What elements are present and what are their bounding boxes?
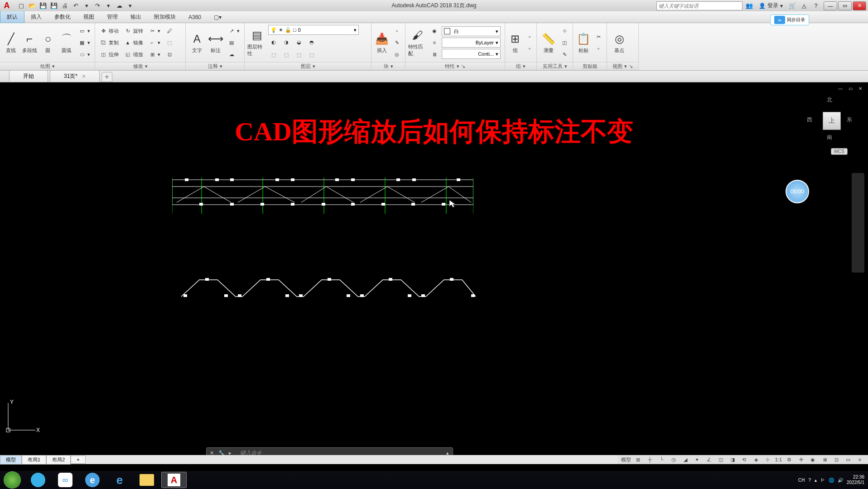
wcs-badge[interactable]: WCS [831, 148, 848, 155]
group-tool-2[interactable]: ▫ [524, 43, 535, 54]
block-tool-3[interactable]: ◎ [391, 49, 402, 60]
viewcube-south[interactable]: 南 [827, 134, 832, 141]
rotate-button[interactable]: ↻旋转 [122, 25, 145, 36]
monitor-icon[interactable]: 🖥 [820, 456, 829, 463]
util-tool-2[interactable]: ◫ [559, 37, 570, 48]
panel-properties-title[interactable]: 特性 ▾ ↘ [405, 62, 505, 70]
offset-button[interactable]: ⊡ [164, 49, 175, 60]
explode-button[interactable]: ⬚ [164, 37, 175, 48]
menu-insert[interactable]: 插入 [24, 11, 48, 23]
copy-button[interactable]: ⿻复制 [98, 37, 121, 48]
help-tray-icon[interactable]: ? [809, 478, 811, 483]
scale-button[interactable]: ◱缩放 [122, 49, 145, 60]
saveas-icon[interactable]: 💾 [49, 1, 59, 10]
panel-modify-title[interactable]: 修改 ▾ [95, 62, 185, 70]
undo-icon[interactable]: ↶ [71, 1, 81, 10]
redo-icon[interactable]: ↷ [92, 1, 102, 10]
menu-addins[interactable]: 附加模块 [148, 11, 182, 23]
print-icon[interactable]: 🖨 [60, 1, 70, 10]
tray-expand-icon[interactable]: ▴ [815, 478, 817, 483]
basepoint-button[interactable]: ◎基点 [610, 25, 629, 60]
panel-clipboard-title[interactable]: 剪贴板 [573, 62, 607, 70]
table-button[interactable]: ▤ [226, 37, 241, 48]
list-tool[interactable]: ≣ [429, 49, 440, 60]
text-button[interactable]: A文字 [188, 25, 206, 60]
array-button[interactable]: ⊞▾ [147, 49, 162, 60]
open-icon[interactable]: 📂 [27, 1, 37, 10]
circle-button[interactable]: ○圆 [40, 25, 57, 60]
lineweight-dropdown[interactable]: ByLayer▾ [442, 38, 501, 48]
panel-utilities-title[interactable]: 实用工具 ▾ [537, 62, 573, 70]
trim-button[interactable]: ✂▾ [147, 25, 162, 36]
util-tool-1[interactable]: ⊹ [559, 25, 570, 36]
snap-icon[interactable]: ┼ [646, 456, 655, 463]
tab-add-layout[interactable]: + [71, 455, 85, 464]
layer-tool-4[interactable]: ◓ [306, 37, 317, 48]
viewcube[interactable]: 北 南 西 东 上 [807, 96, 852, 141]
redo-drop-icon[interactable]: ▾ [103, 1, 113, 10]
panel-layers-title[interactable]: 图层 ▾ [245, 62, 371, 70]
doc-minimize-button[interactable]: — [836, 85, 844, 91]
network-icon[interactable]: 🌐 [829, 478, 834, 483]
copy-clip-button[interactable]: ▫ [593, 43, 604, 54]
viewcube-north[interactable]: 北 [827, 96, 832, 104]
grid-icon[interactable]: ⊞ [634, 456, 643, 463]
close-button[interactable]: ✕ [853, 1, 866, 10]
qat-drop-icon[interactable]: ▾ [125, 1, 135, 10]
app-logo[interactable]: A [0, 0, 14, 11]
menu-expand-icon[interactable]: ▢▾ [207, 12, 228, 22]
layer-tool-1[interactable]: ◐ [268, 37, 279, 48]
color-dropdown[interactable]: 白▾ [442, 26, 501, 36]
cycling-icon[interactable]: ⟲ [740, 456, 749, 463]
move-button[interactable]: ✥移动 [98, 25, 121, 36]
viewcube-top[interactable]: 上 [823, 112, 841, 130]
new-icon[interactable]: ▢ [16, 1, 26, 10]
line-button[interactable]: ╱直线 [3, 25, 19, 60]
cloud-sync-badge[interactable]: ∞ 同步目录 [770, 14, 809, 25]
lw-tool[interactable]: ≡ [429, 37, 440, 48]
layer-tool-8[interactable]: ⬚ [306, 49, 317, 60]
block-tool-1[interactable]: ▫ [391, 25, 402, 36]
exchange-icon[interactable]: 🛒 [787, 1, 797, 10]
block-tool-2[interactable]: ✎ [391, 37, 402, 48]
customize-status-icon[interactable]: ≡ [855, 456, 864, 463]
menu-output[interactable]: 输出 [124, 11, 148, 23]
panel-draw-title[interactable]: 绘图 ▾ [0, 62, 95, 70]
erase-button[interactable]: 🖊 [164, 25, 175, 36]
tab-model[interactable]: 模型 [0, 455, 22, 465]
leader-button[interactable]: ↗▾ [226, 25, 241, 36]
workspace-icon[interactable]: ◉ [808, 456, 817, 463]
layer-props-button[interactable]: ▤图层特性 [247, 25, 266, 60]
save-icon[interactable]: 💾 [38, 1, 48, 10]
panel-view-title[interactable]: 视图 ▾ ↘ [607, 62, 638, 70]
linetype-dropdown[interactable]: Conti...▾ [442, 49, 501, 59]
layer-tool-2[interactable]: ◑ [281, 37, 292, 48]
menu-manage[interactable]: 管理 [101, 11, 124, 23]
polar-icon[interactable]: ◷ [669, 456, 678, 463]
help-icon[interactable]: ? [811, 1, 821, 10]
layer-tool-5[interactable]: ⬚ [268, 49, 279, 60]
annoscale-icon[interactable]: ✢ [796, 456, 805, 463]
fillet-button[interactable]: ⌐▾ [147, 37, 162, 48]
maximize-button[interactable]: ▭ [838, 1, 852, 10]
infocenter-icon[interactable]: 👥 [744, 1, 754, 10]
layer-tool-3[interactable]: ◒ [294, 37, 304, 48]
close-icon[interactable]: ✕ [82, 74, 86, 79]
group-tool-1[interactable]: ▫ [524, 31, 535, 42]
lineweight-icon[interactable]: ◫ [716, 456, 725, 463]
layer-tool-7[interactable]: ⬚ [294, 49, 304, 60]
task-app-2[interactable]: ∞ [53, 472, 78, 488]
hardware-icon[interactable]: ⊡ [832, 456, 841, 463]
tab-start[interactable]: 开始 [9, 70, 48, 82]
osnap-icon[interactable]: ✦ [693, 456, 702, 463]
clock[interactable]: 22:36 2022/5/1 [847, 475, 864, 485]
layer-dropdown[interactable]: 💡 ☀ 🔓 □ 0 ▾ [268, 25, 359, 35]
login-button[interactable]: 👤登录▾ [756, 2, 786, 10]
tab-layout2[interactable]: 布局2 [46, 455, 71, 465]
mirror-button[interactable]: ▲镜像 [122, 37, 145, 48]
search-input[interactable] [656, 1, 743, 10]
measure-button[interactable]: 📏测量 [540, 25, 557, 60]
transparency-icon[interactable]: ◨ [728, 456, 737, 463]
gear-icon[interactable]: ⚙ [785, 456, 794, 463]
panel-groups-title[interactable]: 组 ▾ [505, 62, 536, 70]
